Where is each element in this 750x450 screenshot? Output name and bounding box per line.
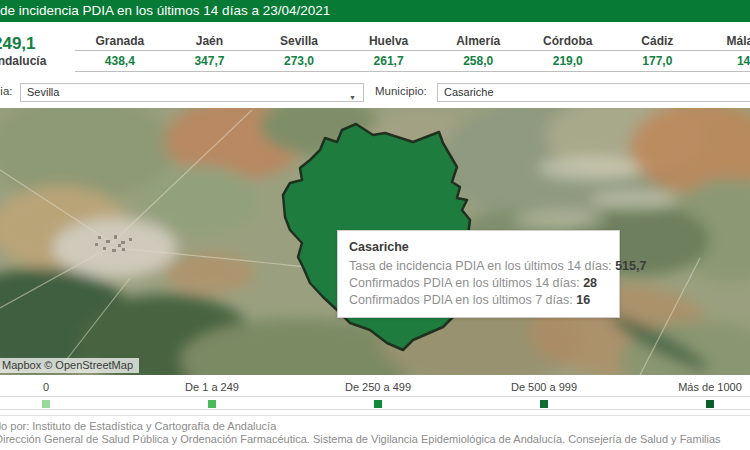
column-header: Málaga xyxy=(702,31,750,50)
incidence-legend: 0 De 1 a 249 De 250 a 499 De 500 a 999 M… xyxy=(0,375,750,415)
tooltip-title: Casariche xyxy=(349,240,608,254)
province-select[interactable]: Sevilla ▼ xyxy=(20,83,364,102)
chevron-down-icon: ▼ xyxy=(349,89,356,106)
map-attribution[interactable]: Mapbox © OpenStreetMap xyxy=(0,358,139,373)
dashboard-page: de incidencia PDIA en los últimos 14 día… xyxy=(0,0,750,450)
legend-swatches-row xyxy=(0,397,750,410)
municipality-select-value: Casariche xyxy=(444,86,494,98)
page-title: de incidencia PDIA en los últimos 14 día… xyxy=(0,0,330,22)
legend-label: Más de 1000 xyxy=(678,381,742,393)
tooltip-value: 16 xyxy=(576,293,590,307)
legend-swatch xyxy=(374,400,382,408)
footer: do por: Instituto de Estadística y Carto… xyxy=(0,415,750,450)
rate-value: 347,7 xyxy=(165,51,255,71)
legend-swatch xyxy=(208,400,216,408)
province-rate-table: Granada Jaén Sevilla Huelva Almería Córd… xyxy=(75,31,750,76)
tooltip-value: 28 xyxy=(583,276,597,290)
rate-value: 140 xyxy=(702,51,750,71)
legend-label: 0 xyxy=(43,381,49,393)
column-header: Granada xyxy=(75,31,165,50)
column-header: Almería xyxy=(433,31,523,50)
municipality-select[interactable]: Casariche xyxy=(437,83,750,102)
andalucia-rate-value: 249,1 xyxy=(0,34,72,54)
legend-swatch xyxy=(706,400,714,408)
province-header-row: Granada Jaén Sevilla Huelva Almería Córd… xyxy=(75,31,750,51)
tooltip-label: Tasa de incidencia PDIA en los últimos 1… xyxy=(349,259,615,273)
andalucia-summary: 249,1 Andalucía xyxy=(0,34,72,68)
column-header: Cádiz xyxy=(613,31,703,50)
rate-value: 273,0 xyxy=(254,51,344,71)
legend-labels-row: 0 De 1 a 249 De 250 a 499 De 500 a 999 M… xyxy=(0,375,750,397)
footer-credit-line2: Dirección General de Salud Pública y Ord… xyxy=(0,433,721,445)
filter-row: Provincia: Sevilla ▼ Municipio: Casarich… xyxy=(0,80,750,108)
legend-label: De 250 a 499 xyxy=(345,381,411,393)
rate-value: 177,0 xyxy=(613,51,703,71)
municipality-filter-label: Municipio: xyxy=(375,85,427,97)
rate-value: 438,4 xyxy=(75,51,165,71)
tooltip-value: 515,7 xyxy=(615,259,646,273)
andalucia-label: Andalucía xyxy=(0,54,72,68)
rate-value: 258,0 xyxy=(433,51,523,71)
column-header: Córdoba xyxy=(523,31,613,50)
province-select-value: Sevilla xyxy=(27,86,59,98)
satellite-map[interactable]: Casariche Tasa de incidencia PDIA en los… xyxy=(0,108,750,375)
column-header: Jaén xyxy=(165,31,255,50)
province-filter-label: Provincia: xyxy=(0,85,13,97)
footer-credit-line1: do por: Instituto de Estadística y Carto… xyxy=(0,420,276,432)
column-header: Sevilla xyxy=(254,31,344,50)
legend-swatch xyxy=(42,400,50,408)
map-tooltip: Casariche Tasa de incidencia PDIA en los… xyxy=(337,230,620,318)
tooltip-row: Confirmados PDIA en los últimos 7 días: … xyxy=(349,292,608,309)
column-header: Huelva xyxy=(344,31,434,50)
tooltip-row: Confirmados PDIA en los últimos 14 días:… xyxy=(349,275,608,292)
rate-value: 219,0 xyxy=(523,51,613,71)
province-values-row: 438,4 347,7 273,0 261,7 258,0 219,0 177,… xyxy=(75,51,750,72)
tooltip-row: Tasa de incidencia PDIA en los últimos 1… xyxy=(349,258,608,275)
legend-swatch xyxy=(540,400,548,408)
header-bar: de incidencia PDIA en los últimos 14 día… xyxy=(0,0,750,22)
tooltip-label: Confirmados PDIA en los últimos 14 días: xyxy=(349,276,583,290)
legend-label: De 500 a 999 xyxy=(511,381,577,393)
tooltip-label: Confirmados PDIA en los últimos 7 días: xyxy=(349,293,576,307)
rate-value: 261,7 xyxy=(344,51,434,71)
legend-label: De 1 a 249 xyxy=(185,381,239,393)
